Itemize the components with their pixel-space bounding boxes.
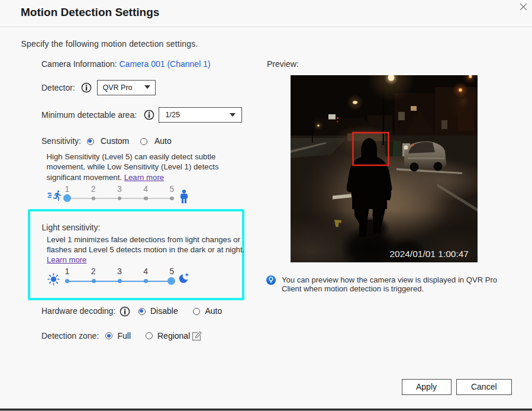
svg-text:2024/01/01 1:00:47: 2024/01/01 1:00:47 xyxy=(389,249,469,259)
